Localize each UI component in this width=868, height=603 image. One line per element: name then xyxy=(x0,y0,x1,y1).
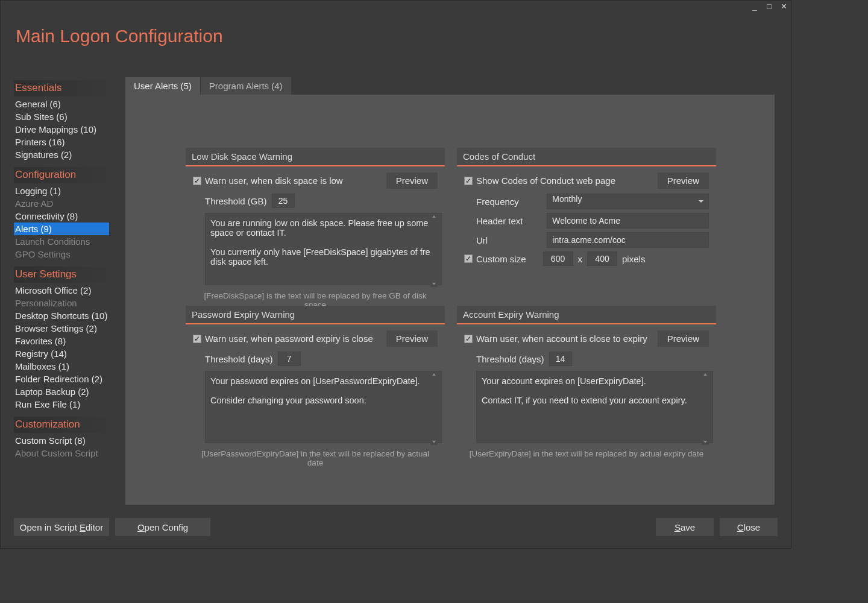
card-header: Account Expiry Warning xyxy=(457,306,716,324)
config-window: _ □ ✕ Main Logon Configuration Essential… xyxy=(0,0,791,549)
threshold-label: Threshold (days) xyxy=(205,354,273,364)
sidebar-item[interactable]: Azure AD xyxy=(14,197,122,210)
sidebar-item[interactable]: Microsoft Office (2) xyxy=(14,284,122,297)
preview-button[interactable]: Preview xyxy=(386,330,438,347)
check-icon: ✓ xyxy=(464,177,473,185)
checkbox-label: Custom size xyxy=(476,254,526,264)
sidebar-section-header: User Settings xyxy=(14,267,122,283)
tabs-host: User Alerts (5)Program Alerts (4) Low Di… xyxy=(125,77,773,505)
tab-panel-user-alerts: Low Disk Space Warning ✓ Warn user, when… xyxy=(125,95,775,505)
checkbox-show-coc[interactable]: ✓ Show Codes of Conduct web page xyxy=(464,175,615,186)
card-account-expiry: Account Expiry Warning ✓ Warn user, when… xyxy=(457,306,716,458)
check-icon: ✓ xyxy=(193,177,201,185)
preview-button[interactable]: Preview xyxy=(658,330,709,347)
message-textarea[interactable]: You are running low on disk space. Pleas… xyxy=(205,213,442,285)
check-icon: ✓ xyxy=(464,335,473,343)
url-label: Url xyxy=(476,235,547,245)
sidebar-item[interactable]: Sub Sites (6) xyxy=(14,110,122,123)
sidebar-item[interactable]: Folder Redirection (2) xyxy=(14,373,122,385)
select-value: Monthly xyxy=(552,194,582,204)
checkbox-warn-low-disk[interactable]: ✓ Warn user, when disk space is low xyxy=(193,175,343,186)
card-header: Low Disk Space Warning xyxy=(186,148,445,166)
page-title: Main Logon Configuration xyxy=(16,26,223,46)
pixels-label: pixels xyxy=(622,254,645,264)
sidebar-item[interactable]: Desktop Shortcuts (10) xyxy=(14,309,122,322)
scrollbar[interactable] xyxy=(702,371,709,445)
sidebar-section-header: Customization xyxy=(14,417,122,433)
sidebar-item[interactable]: Logging (1) xyxy=(14,185,122,197)
checkbox-custom-size[interactable]: ✓ Custom size xyxy=(464,254,526,264)
tab-strip: User Alerts (5)Program Alerts (4) xyxy=(125,77,773,95)
window-close-button[interactable]: ✕ xyxy=(776,1,791,11)
sidebar-item[interactable]: Launch Conditions xyxy=(14,235,122,248)
threshold-label: Threshold (days) xyxy=(476,354,544,364)
sidebar-item[interactable]: Run Exe File (1) xyxy=(14,398,122,411)
header-text-label: Header text xyxy=(476,216,547,226)
preview-button[interactable]: Preview xyxy=(658,172,709,189)
sidebar-item[interactable]: General (6) xyxy=(14,98,122,110)
sidebar-item[interactable]: About Custom Script xyxy=(14,447,122,459)
maximize-button[interactable]: □ xyxy=(762,1,776,11)
checkbox-warn-account-expiry[interactable]: ✓ Warn user, when account is close to ex… xyxy=(464,333,647,344)
sidebar-section-header: Configuration xyxy=(14,167,122,183)
card-password-expiry: Password Expiry Warning ✓ Warn user, whe… xyxy=(186,306,445,467)
frequency-label: Frequency xyxy=(476,197,547,207)
open-script-editor-button[interactable]: Open in Script Editor xyxy=(14,518,109,536)
message-textarea[interactable]: Your account expires on [UserExpiryDate]… xyxy=(476,371,713,443)
sidebar-item[interactable]: Mailboxes (1) xyxy=(14,360,122,373)
check-icon: ✓ xyxy=(464,254,473,263)
sidebar-item[interactable]: Custom Script (8) xyxy=(14,434,122,447)
tab[interactable]: Program Alerts (4) xyxy=(201,77,292,95)
bottom-bar: Open in Script Editor Open Config Save C… xyxy=(14,518,778,536)
x-label: x xyxy=(578,254,583,264)
message-textarea[interactable]: Your password expires on [UserPasswordEx… xyxy=(205,371,442,443)
height-input[interactable] xyxy=(587,251,617,266)
hint-text: [UserPasswordExpiryDate] in the text wil… xyxy=(193,449,438,467)
card-low-disk-space: Low Disk Space Warning ✓ Warn user, when… xyxy=(186,148,445,309)
url-input[interactable] xyxy=(547,232,709,248)
card-header: Password Expiry Warning xyxy=(186,306,445,324)
sidebar-item[interactable]: Connectivity (8) xyxy=(14,210,122,223)
maximize-icon: □ xyxy=(767,2,772,11)
sidebar-item[interactable]: Signatures (2) xyxy=(14,148,122,161)
header-text-input[interactable] xyxy=(547,213,709,229)
sidebar-item[interactable]: Browser Settings (2) xyxy=(14,322,122,335)
card-codes-of-conduct: Codes of Conduct ✓ Show Codes of Conduct… xyxy=(457,148,716,271)
tab[interactable]: User Alerts (5) xyxy=(125,77,201,95)
hint-text: [UserExpiryDate] in the text will be rep… xyxy=(464,449,709,458)
scrollbar[interactable] xyxy=(430,213,438,287)
sidebar-item[interactable]: GPO Settings xyxy=(14,248,122,260)
check-icon: ✓ xyxy=(193,335,201,343)
sidebar-item[interactable]: Alerts (9) xyxy=(14,223,109,235)
sidebar-item[interactable]: Favorites (8) xyxy=(14,335,122,347)
checkbox-label: Warn user, when password expiry is close xyxy=(205,333,373,344)
threshold-input[interactable] xyxy=(278,352,301,366)
sidebar-item[interactable]: Printers (16) xyxy=(14,136,122,148)
minimize-icon: _ xyxy=(752,2,756,11)
checkbox-label: Warn user, when account is close to expi… xyxy=(476,333,647,344)
threshold-input[interactable] xyxy=(549,352,572,366)
frequency-select[interactable]: Monthly xyxy=(547,194,709,209)
sidebar-item[interactable]: Registry (14) xyxy=(14,347,122,360)
sidebar-item[interactable]: Drive Mappings (10) xyxy=(14,123,122,136)
sidebar-item[interactable]: Personalization xyxy=(14,297,122,309)
close-icon: ✕ xyxy=(781,2,787,11)
close-button[interactable]: Close xyxy=(720,518,778,536)
threshold-label: Threshold (GB) xyxy=(205,196,267,206)
sidebar-section-header: Essentials xyxy=(14,80,122,96)
sidebar: EssentialsGeneral (6)Sub Sites (6)Drive … xyxy=(14,80,122,459)
threshold-input[interactable] xyxy=(272,194,295,208)
checkbox-label: Show Codes of Conduct web page xyxy=(476,175,615,186)
scrollbar[interactable] xyxy=(430,371,438,445)
card-header: Codes of Conduct xyxy=(457,148,716,166)
sidebar-item[interactable]: Laptop Backup (2) xyxy=(14,385,122,398)
checkbox-label: Warn user, when disk space is low xyxy=(205,175,343,186)
preview-button[interactable]: Preview xyxy=(386,172,438,189)
open-config-button[interactable]: Open Config xyxy=(115,518,210,536)
checkbox-warn-password-expiry[interactable]: ✓ Warn user, when password expiry is clo… xyxy=(193,333,373,344)
width-input[interactable] xyxy=(543,251,573,266)
minimize-button[interactable]: _ xyxy=(747,1,762,11)
titlebar: _ □ ✕ xyxy=(747,1,791,15)
save-button[interactable]: Save xyxy=(656,518,714,536)
